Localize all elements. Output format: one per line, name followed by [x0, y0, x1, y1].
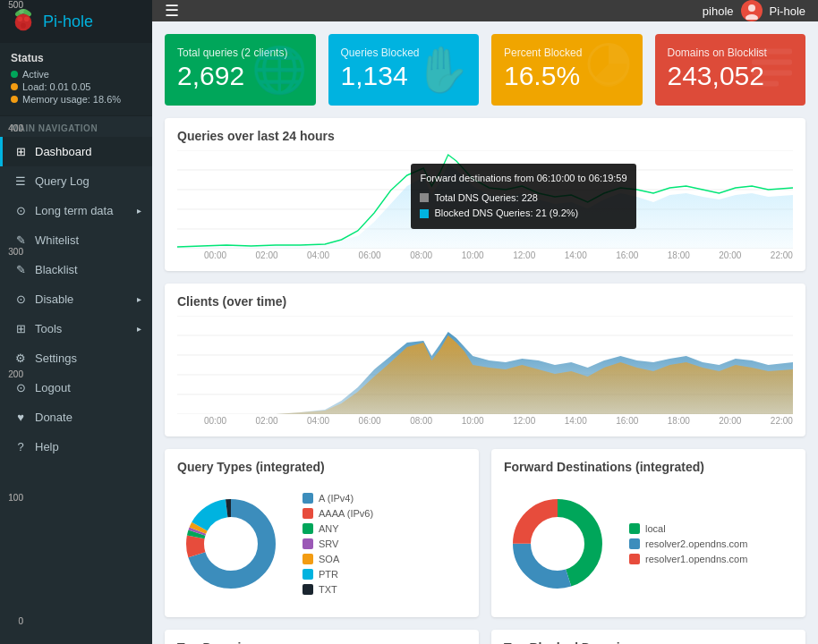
svg-rect-13	[752, 81, 779, 87]
query-types-donut-svg	[177, 490, 285, 597]
legend-dot-a	[302, 493, 313, 504]
forward-dest-title: Forward Destinations (integrated)	[504, 460, 793, 474]
chart2-title: Clients (over time)	[177, 294, 793, 309]
svg-point-7	[748, 4, 755, 12]
legend-any: ANY	[302, 523, 373, 534]
legend-dot-txt	[302, 584, 313, 595]
active-status: Active	[11, 69, 141, 80]
main-content: ☰ pihole Pi-hole Total queries (2 client…	[152, 0, 818, 644]
status-title: Status	[11, 52, 141, 64]
stat-card-total-queries: Total queries (2 clients) 2,692 🌐	[165, 34, 316, 106]
legend-aaaa-ipv6: AAAA (IPv6)	[302, 508, 373, 519]
topbar-username: pihole	[703, 4, 734, 18]
legend-dot-aaaa	[302, 508, 313, 519]
menu-toggle-button[interactable]: ☰	[165, 1, 179, 21]
sidebar-item-label: Blacklist	[35, 263, 78, 276]
svg-rect-12	[752, 71, 792, 76]
legend-dot-srv	[302, 538, 313, 549]
hand-icon: ✋	[414, 44, 470, 96]
globe-icon: 🌐	[251, 44, 307, 96]
sidebar-item-label: Help	[35, 440, 59, 453]
legend-srv: SRV	[302, 538, 373, 549]
legend-dot-any	[302, 523, 313, 534]
tooltip-color-1	[420, 193, 429, 202]
list-icon	[747, 40, 797, 100]
memory-status: Memory usage: 18.6%	[11, 94, 141, 105]
legend-dot-local	[629, 523, 640, 534]
topbar-user: pihole Pi-hole	[703, 0, 805, 21]
tooltip-color-2	[420, 209, 429, 218]
top-domains-row: Top Domains Top Blocked Domains	[165, 630, 805, 644]
stat-cards-row: Total queries (2 clients) 2,692 🌐 Querie…	[152, 21, 818, 106]
legend-soa: SOA	[302, 554, 373, 564]
tooltip-title: Forward destinations from 06:10:00 to 06…	[420, 171, 626, 187]
svg-point-33	[206, 519, 256, 569]
queries-24h-chart: Queries over last 24 hours 500 400 300 2…	[165, 118, 805, 271]
chart-tooltip: Forward destinations from 06:10:00 to 06…	[411, 164, 635, 229]
svg-rect-10	[752, 49, 792, 55]
topbar: ☰ pihole Pi-hole	[152, 0, 818, 21]
stat-card-blocked: Queries Blocked 1,134 ✋	[328, 34, 480, 106]
svg-rect-11	[752, 60, 792, 65]
sidebar-item-label: Whitelist	[35, 233, 79, 247]
forward-dest-donut: local resolver2.opendns.com resolver1.op…	[504, 481, 793, 606]
sidebar-item-label: Donate	[35, 411, 72, 424]
chart2-svg	[177, 316, 793, 414]
chart1-title: Queries over last 24 hours	[177, 129, 793, 143]
avatar	[741, 0, 763, 21]
legend-ptr: PTR	[302, 569, 373, 580]
query-types-title: Query Types (integrated)	[177, 460, 466, 474]
sidebar-item-label: Logout	[35, 381, 71, 394]
stat-card-blocklist: Domains on Blocklist 243,052	[655, 34, 806, 106]
query-types-legend: A (IPv4) AAAA (IPv6) ANY SRV	[302, 493, 373, 595]
tooltip-row-1: Total DNS Queries: 228	[420, 191, 626, 207]
sidebar-item-label: Dashboard	[35, 145, 92, 158]
forward-dest-legend: local resolver2.opendns.com resolver1.op…	[629, 523, 747, 564]
chevron-right-icon-2: ▸	[137, 294, 141, 304]
forward-destinations-chart: Forward Destinations (integrated) local	[491, 449, 805, 617]
stat-card-percent: Percent Blocked 16.5%	[491, 34, 643, 106]
sidebar-item-label: Disable	[35, 292, 73, 306]
legend-txt: TXT	[302, 584, 373, 595]
top-domains-section: Top Domains	[165, 630, 479, 644]
forward-dest-donut-svg	[504, 490, 611, 597]
legend-dot-ptr	[302, 569, 313, 580]
legend-dot-resolver1	[629, 554, 640, 564]
legend-dot-soa	[302, 554, 313, 564]
chart2-x-axis: 00:00 02:00 04:00 06:00 08:00 10:00 12:0…	[177, 416, 793, 426]
svg-point-37	[533, 519, 583, 569]
legend-a-ipv4: A (IPv4)	[302, 493, 373, 504]
sidebar-item-label: Long term data	[35, 204, 113, 217]
topbar-brand: Pi-hole	[770, 4, 805, 18]
legend-resolver2: resolver2.opendns.com	[629, 538, 747, 549]
top-blocked-title: Top Blocked Domains	[504, 640, 793, 644]
app-title: Pi-hole	[43, 13, 93, 31]
sidebar-item-label: Settings	[35, 352, 77, 365]
legend-dot-resolver2	[629, 538, 640, 549]
chart1-x-axis: 00:00 02:00 04:00 06:00 08:00 10:00 12:0…	[177, 250, 793, 260]
bottom-charts-row: Query Types (integrated)	[165, 449, 805, 617]
query-types-chart: Query Types (integrated)	[165, 449, 479, 617]
load-status: Load: 0.01 0.05	[11, 81, 141, 92]
chevron-right-icon: ▸	[137, 206, 141, 216]
top-domains-title: Top Domains	[177, 640, 466, 644]
legend-resolver1: resolver1.opendns.com	[629, 554, 747, 564]
svg-point-8	[746, 14, 758, 20]
query-types-donut: A (IPv4) AAAA (IPv6) ANY SRV	[177, 481, 466, 606]
sidebar-item-label: Tools	[35, 322, 62, 335]
top-blocked-section: Top Blocked Domains	[491, 630, 805, 644]
chevron-right-icon-3: ▸	[137, 324, 141, 334]
sidebar-item-label: Query Log	[35, 174, 89, 188]
clients-chart: Clients (over time) 500 400 300 200 100 …	[165, 284, 805, 436]
pie-icon	[584, 40, 634, 100]
legend-local: local	[629, 523, 747, 534]
tooltip-row-2: Blocked DNS Queries: 21 (9.2%)	[420, 206, 626, 222]
